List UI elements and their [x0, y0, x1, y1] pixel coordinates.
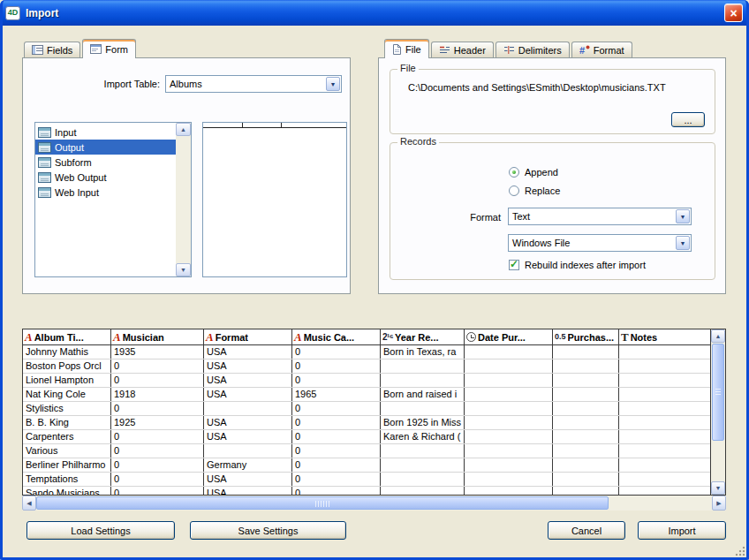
rebuild-checkbox[interactable]: ✓: [509, 260, 519, 270]
real-field-icon: 0.5: [555, 333, 566, 341]
table-cell: [465, 416, 553, 429]
integer-field-icon: 2¹⁶: [382, 333, 393, 342]
table-row[interactable]: Lionel Hampton0USA0: [23, 374, 710, 388]
scroll-down-button[interactable]: ▼: [176, 263, 191, 276]
table-cell: Sando Musicians: [23, 487, 111, 495]
replace-radio-row[interactable]: Replace: [509, 185, 560, 197]
scroll-up-button[interactable]: ▲: [176, 123, 191, 136]
column-header[interactable]: AFormat: [204, 329, 292, 344]
table-cell: Various: [23, 444, 111, 458]
table-cell: [465, 487, 553, 495]
chevron-down-icon[interactable]: ▼: [676, 236, 690, 250]
table-cell: 0: [292, 430, 381, 443]
window-title: Import: [26, 7, 724, 19]
table-cell: [619, 388, 710, 401]
chevron-down-icon[interactable]: ▼: [676, 209, 690, 223]
tab-file[interactable]: File: [384, 39, 429, 58]
import-button[interactable]: Import: [638, 521, 726, 540]
scroll-right-button[interactable]: ▶: [712, 496, 726, 511]
column-header[interactable]: 2¹⁶Year Re...: [381, 329, 465, 344]
save-settings-button[interactable]: Save Settings: [190, 521, 346, 540]
tab-header[interactable]: Header: [431, 42, 494, 57]
form-list-item[interactable]: Web Output: [35, 170, 176, 185]
table-cell: 0: [292, 416, 381, 429]
table-row[interactable]: Nat King Cole1918USA1965Born and raised …: [23, 388, 710, 402]
table-cell: [553, 487, 619, 495]
table-row[interactable]: Berliner Philharmo0Germany0: [23, 458, 710, 473]
file-path: C:\Documents and Settings\ESmith\Desktop…: [408, 82, 707, 93]
format-label: Format: [404, 212, 501, 223]
tab-fields[interactable]: Fields: [24, 42, 80, 57]
tab-format[interactable]: # Format: [571, 42, 632, 57]
scroll-down-icon: ▼: [180, 267, 186, 273]
column-header[interactable]: AAlbum Ti...: [23, 329, 111, 344]
table-row[interactable]: Stylistics00: [23, 402, 710, 416]
scroll-down-button[interactable]: ▼: [711, 481, 725, 495]
form-list-item[interactable]: Subform: [35, 155, 176, 170]
table-row[interactable]: Various00: [23, 444, 710, 458]
table-cell: Temptations: [23, 473, 111, 486]
import-table-select[interactable]: Albums ▼: [165, 75, 342, 93]
form-list-scrollbar[interactable]: ▲ ▼: [176, 123, 191, 276]
table-cell: 0: [292, 444, 381, 458]
scroll-left-button[interactable]: ◀: [22, 496, 36, 511]
table-cell: [619, 416, 710, 429]
scroll-track[interactable]: [36, 496, 712, 511]
table-cell: 0: [292, 487, 381, 495]
records-group: Records Append Replace Format Text ▼ Win…: [390, 142, 715, 280]
format-select[interactable]: Text ▼: [508, 208, 692, 225]
append-radio-row[interactable]: Append: [509, 166, 558, 178]
titlebar[interactable]: 4D Import ×: [0, 0, 749, 26]
form-list-item[interactable]: Web Input: [35, 185, 176, 200]
table-cell: [553, 402, 619, 415]
table-cell: [465, 345, 553, 359]
text-field-icon: T: [621, 331, 629, 343]
form-list-item[interactable]: Output: [35, 140, 176, 155]
scroll-thumb[interactable]: [712, 344, 724, 441]
column-header[interactable]: Date Pur...: [465, 329, 553, 344]
date-field-icon: [466, 332, 476, 342]
table-row[interactable]: Carpenters0USA0Karen & Richard (: [23, 430, 710, 444]
append-radio[interactable]: [509, 167, 519, 178]
column-header[interactable]: AMusic Ca...: [292, 329, 381, 344]
form-list-item[interactable]: Input: [35, 125, 176, 140]
file-format-select[interactable]: Windows File ▼: [508, 234, 692, 252]
column-header-label: Date Pur...: [478, 332, 526, 343]
table-row[interactable]: Johnny Mathis1935USA0Born in Texas, ra: [23, 345, 710, 359]
table-cell: 0: [111, 444, 204, 458]
column-header[interactable]: AMusician: [111, 329, 204, 344]
browse-button[interactable]: ...: [671, 112, 705, 127]
scroll-track[interactable]: [711, 343, 725, 481]
table-row[interactable]: B. B. King1925USA0Born 1925 in Miss: [23, 416, 710, 430]
svg-text:#: #: [579, 45, 585, 56]
scroll-up-icon: ▲: [180, 126, 186, 132]
table-row[interactable]: Temptations0USA0: [23, 473, 710, 487]
table-cell: [381, 402, 465, 415]
cancel-button[interactable]: Cancel: [548, 521, 625, 540]
tab-delimiters[interactable]: Delimiters: [496, 42, 570, 57]
table-cell: [619, 458, 710, 472]
column-header[interactable]: TNotes: [619, 329, 710, 344]
table-cell: Born in Texas, ra: [381, 345, 465, 359]
table-cell: 0: [111, 473, 204, 486]
form-page-icon: [38, 142, 51, 153]
table-vertical-scrollbar[interactable]: ▲ ▼: [710, 329, 725, 495]
table-row[interactable]: Sando Musicians0USA0: [23, 487, 710, 495]
scroll-track[interactable]: [176, 136, 191, 263]
table-horizontal-scrollbar[interactable]: ◀ ▶: [22, 496, 726, 511]
rebuild-checkbox-row[interactable]: ✓ Rebuild indexes after import: [509, 260, 646, 270]
form-icon: [90, 44, 102, 54]
table-cell: [553, 388, 619, 401]
table-row[interactable]: Boston Pops Orcl0USA0: [23, 359, 710, 374]
close-button[interactable]: ×: [724, 4, 743, 22]
scroll-thumb[interactable]: [36, 496, 609, 510]
scroll-left-icon: ◀: [26, 500, 31, 506]
chevron-down-icon[interactable]: ▼: [326, 77, 340, 91]
scroll-up-button[interactable]: ▲: [711, 329, 725, 343]
resize-grip[interactable]: [734, 545, 745, 556]
load-settings-button[interactable]: Load Settings: [26, 521, 175, 540]
replace-radio[interactable]: [509, 185, 519, 196]
column-header[interactable]: 0.5Purchas...: [553, 329, 619, 344]
tab-form[interactable]: Form: [82, 39, 136, 58]
empty-listbox[interactable]: [202, 122, 347, 277]
